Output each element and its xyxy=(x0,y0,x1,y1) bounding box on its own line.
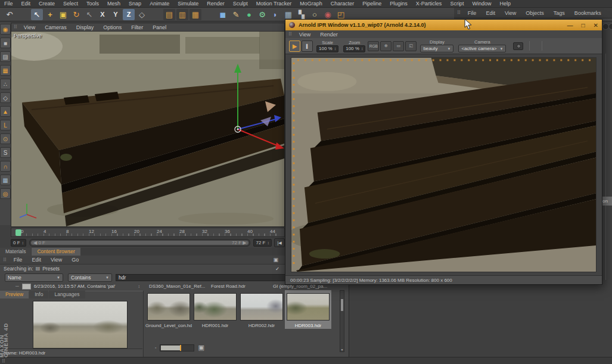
toolbar-icon[interactable]: ⚙ xyxy=(256,9,268,20)
menu-item[interactable]: Character xyxy=(327,0,359,7)
om-menu-objects[interactable]: Objects xyxy=(521,10,549,16)
range-slider-bar[interactable] xyxy=(31,241,248,245)
menu-item[interactable]: Window xyxy=(468,0,495,7)
region-icon[interactable]: ▭ xyxy=(393,41,404,51)
file-label[interactable]: Forest Road.hdr xyxy=(205,284,267,289)
toolbar-icon[interactable]: ✎ xyxy=(230,9,242,20)
menu-item[interactable]: Create xyxy=(35,0,59,7)
search-input[interactable] xyxy=(116,274,287,281)
perspective-viewport[interactable]: ⠿ View Cameras Display Options Filter Pa… xyxy=(11,23,285,227)
vp-menu-options[interactable]: Options xyxy=(98,24,126,30)
toolbar-icon[interactable]: ◗ xyxy=(269,9,281,20)
cb-menu-go[interactable]: Go xyxy=(67,257,83,263)
rgb-channels-button[interactable]: RGB xyxy=(368,41,379,51)
mode-toolbar-icon[interactable]: ▲ xyxy=(0,106,11,117)
panel-grip-icon[interactable]: ⠿ xyxy=(457,10,460,15)
scale-field[interactable]: 100 %↕ xyxy=(316,45,338,52)
menu-item[interactable]: Simulate xyxy=(173,0,203,7)
vp-menu-cameras[interactable]: Cameras xyxy=(40,24,72,30)
toolbar-icon[interactable]: ▦ xyxy=(282,9,294,20)
minimize-button[interactable]: — xyxy=(567,22,573,29)
menu-item[interactable]: MoGraph xyxy=(296,0,327,7)
preview-tab[interactable]: Languages xyxy=(49,291,85,298)
cb-menu-file[interactable]: File xyxy=(9,257,27,263)
display-dropdown[interactable]: beauty▼ xyxy=(420,45,453,52)
panel-grip-icon[interactable]: ⠿ xyxy=(14,24,17,30)
om-menu-view[interactable]: View xyxy=(500,10,521,16)
menu-item[interactable]: Edit xyxy=(17,0,35,7)
thumbnail-scrollbar[interactable]: ▼ xyxy=(340,290,344,352)
thumbnail-item[interactable]: HDR002.hdr xyxy=(238,290,285,329)
spinner-icon[interactable]: ↕ xyxy=(268,241,270,245)
arnold-titlebar[interactable]: Arnold IPR Window v1.1.0_wip07 (Arnold 4… xyxy=(285,20,602,30)
panel-tab[interactable]: Content Browser xyxy=(32,248,80,256)
toolbar-icon[interactable]: ▚ xyxy=(296,9,307,20)
close-button[interactable]: ✕ xyxy=(594,22,598,29)
panel-grip-icon[interactable]: ⠿ xyxy=(3,257,6,263)
preview-tab[interactable]: Info xyxy=(29,291,48,298)
toolbar-icon[interactable]: ◼ xyxy=(217,9,229,20)
toolbar-icon[interactable]: ▤ xyxy=(163,9,175,20)
menu-item[interactable]: Sculpt xyxy=(229,0,252,7)
mode-toolbar-icon[interactable]: ◎ xyxy=(0,188,11,199)
mode-toolbar-icon[interactable]: ◉ xyxy=(0,24,11,35)
toolbar-icon[interactable]: ▣ xyxy=(57,9,69,20)
thumbnail-image[interactable] xyxy=(240,293,283,321)
menu-item[interactable]: Snap xyxy=(125,0,145,7)
mode-toolbar-icon[interactable]: ◇ xyxy=(0,92,11,103)
spinner-icon[interactable]: ↕ xyxy=(22,241,24,245)
vp-menu-view[interactable]: View xyxy=(19,24,40,30)
toolbar-icon[interactable]: ↖ xyxy=(83,9,95,20)
spinner-icon[interactable]: ↕ xyxy=(334,46,337,51)
toolbar-icon[interactable]: Y xyxy=(110,9,122,20)
toolbar-icon[interactable]: ● xyxy=(243,9,255,20)
mode-toolbar-icon[interactable]: ∩ xyxy=(0,161,11,172)
thumbnail-item[interactable]: HDR003.hdr xyxy=(285,290,331,329)
tree-expand-icon[interactable]: ─ xyxy=(15,284,19,289)
toolbar-icon[interactable]: + xyxy=(44,9,56,20)
cb-menu-view[interactable]: View xyxy=(46,257,67,263)
toolbar-icon[interactable]: ◰ xyxy=(335,9,347,20)
mode-toolbar-icon[interactable]: ∴ xyxy=(0,79,11,89)
panel-grip-icon[interactable]: ⠿ xyxy=(288,32,291,37)
viewport-camera-label[interactable]: Perspective xyxy=(14,33,42,39)
size-slider-groove[interactable] xyxy=(160,344,194,351)
check-icon[interactable]: ✓ xyxy=(275,266,279,272)
toolbar-icon[interactable]: ↶ xyxy=(4,9,15,20)
file-label[interactable]: DS360_Maxon_01e_Ref... xyxy=(143,284,205,289)
spinner-icon[interactable]: ↕ xyxy=(138,284,141,288)
search-history-row[interactable]: ─ 6/23/2016, 10:15:57 AM, Contains 'pal'… xyxy=(0,282,143,291)
om-menu-bookmarks[interactable]: Bookmarks xyxy=(570,10,606,16)
mode-toolbar-icon[interactable]: S xyxy=(0,147,11,158)
filter-mode-dropdown[interactable]: Contains▼ xyxy=(68,273,112,282)
ipr-pause-button[interactable]: ∥ xyxy=(302,41,313,52)
arnold-menu-render[interactable]: Render xyxy=(315,32,343,38)
menu-item[interactable]: Select xyxy=(59,0,82,7)
thumbnail-item[interactable]: HDR001.hdr xyxy=(192,290,238,329)
frame-range-slider[interactable]: ◀ 0 F 72 F ▶ xyxy=(29,239,250,247)
thumbnail-image[interactable] xyxy=(147,293,190,321)
globe-icon[interactable]: ⊕ xyxy=(380,41,392,51)
mode-toolbar-icon[interactable]: ▨ xyxy=(0,51,11,62)
spinner-icon[interactable]: ↕ xyxy=(361,46,364,51)
mode-toolbar-icon[interactable]: L xyxy=(0,120,11,130)
om-menu-tags[interactable]: Tags xyxy=(549,10,570,16)
scroll-down-icon[interactable]: ▼ xyxy=(340,348,344,351)
menu-item[interactable]: Motion Tracker xyxy=(252,0,296,7)
vp-menu-panel[interactable]: Panel xyxy=(148,24,171,30)
arnold-render-view[interactable] xyxy=(285,54,602,275)
toolbar-icon[interactable]: ↻ xyxy=(70,9,82,20)
toolbar-icon[interactable]: ↖ xyxy=(31,9,43,20)
mode-toolbar-icon[interactable]: ■ xyxy=(0,38,11,48)
mode-toolbar-icon[interactable]: ▦ xyxy=(0,175,11,185)
toolbar-icon[interactable]: ◉ xyxy=(322,9,334,20)
menu-item[interactable]: Tools xyxy=(82,0,103,7)
om-menu-file[interactable]: File xyxy=(463,10,481,16)
size-slider-handle[interactable] xyxy=(180,345,181,351)
toolbar-icon[interactable]: ▦ xyxy=(189,9,201,20)
menu-item[interactable]: Render xyxy=(203,0,229,7)
menu-item[interactable]: File xyxy=(0,0,17,7)
mode-toolbar-icon[interactable]: ▦ xyxy=(0,65,11,76)
thumbnail-item[interactable]: Ground_Level_con.hdr xyxy=(145,290,192,329)
menu-item[interactable]: Animate xyxy=(145,0,173,7)
